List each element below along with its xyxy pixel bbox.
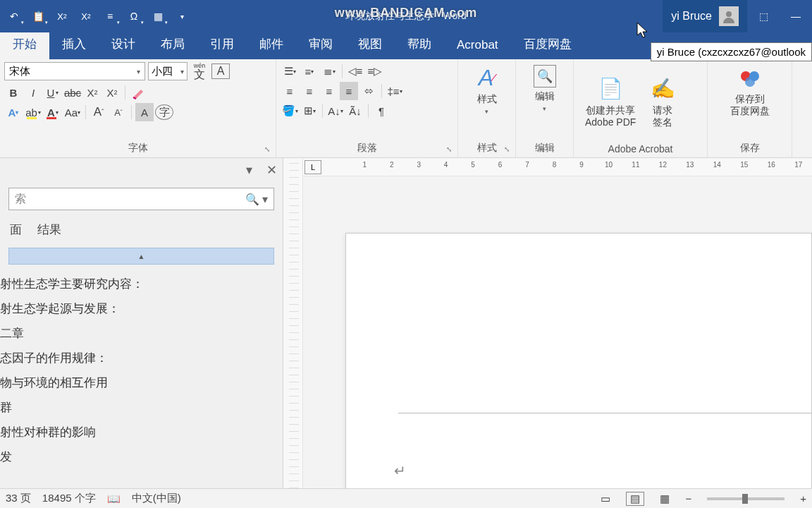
align-left-button[interactable]: ≡ (281, 82, 299, 100)
page-surface[interactable]: ↵ (303, 176, 812, 488)
symbol-button[interactable]: Ω▾ (123, 6, 145, 27)
font-size-combo[interactable]: 小四▾ (148, 62, 187, 80)
char-shading-button[interactable]: A (135, 103, 154, 121)
distributed-button[interactable]: ⬄ (359, 82, 378, 100)
spellcheck-icon[interactable]: 📖 (107, 492, 121, 505)
nav-collapse-bar[interactable]: ▲ (8, 248, 274, 265)
nav-item[interactable]: 群 (0, 395, 283, 420)
change-case-button[interactable]: Aa▾ (63, 103, 82, 121)
align-button[interactable]: ≡▾ (99, 6, 121, 27)
vertical-ruler[interactable] (283, 158, 303, 488)
nav-item[interactable]: 射性生态学主要研究内容： (0, 272, 283, 296)
ribbon: 宋体▾ 小四▾ wén文 A B I U▾ abc X2 X2 A▾ ab▾ A… (0, 59, 812, 158)
paste-button[interactable]: 📋▾ (27, 6, 49, 27)
subscript-button[interactable]: X2 (75, 6, 97, 27)
styles-button[interactable]: A⁄ 样式 ▾ (462, 62, 511, 118)
request-sign-button[interactable]: ✍ 请求签名 (643, 62, 682, 142)
strikethrough-button[interactable]: abc (63, 83, 82, 102)
group-font: 宋体▾ 小四▾ wén文 A B I U▾ abc X2 X2 A▾ ab▾ A… (0, 59, 276, 157)
char-border-button[interactable]: A (211, 64, 230, 79)
tab-home[interactable]: 开始 (0, 30, 49, 59)
para-dialog-launcher[interactable]: ⤡ (446, 145, 452, 153)
tab-design[interactable]: 设计 (99, 30, 148, 59)
print-layout-button[interactable]: ▤ (626, 492, 644, 506)
highlight-button[interactable]: ab▾ (24, 103, 42, 121)
nav-tab-headings[interactable]: 面 (10, 222, 22, 238)
create-pdf-button[interactable]: 📄 创建并共享Adobe PDF (578, 62, 643, 142)
align-right-button[interactable]: ≡ (320, 82, 338, 100)
decrease-indent-button[interactable]: ◁≡ (346, 62, 364, 80)
nav-item[interactable]: 物与环境的相互作用 (0, 370, 283, 395)
word-count[interactable]: 18495 个字 (42, 492, 96, 505)
tab-review[interactable]: 审阅 (296, 30, 345, 59)
shading-button[interactable]: 🪣▾ (281, 102, 299, 120)
tab-view[interactable]: 视图 (345, 30, 395, 59)
font-name-combo[interactable]: 宋体▾ (4, 62, 145, 80)
justify-button[interactable]: ≡ (340, 82, 358, 100)
group-styles: A⁄ 样式 ▾ 样式⤡ (458, 59, 516, 157)
multilevel-button[interactable]: ≣▾ (320, 62, 338, 80)
user-account[interactable]: yi Bruce (663, 0, 747, 32)
zoom-in-button[interactable]: + (800, 492, 806, 504)
tab-baidu[interactable]: 百度网盘 (511, 30, 584, 59)
nav-item[interactable]: 射生态学起源与发展： (0, 296, 283, 321)
language-status[interactable]: 中文(中国) (132, 492, 181, 505)
superscript-button-ribbon[interactable]: X2 (103, 83, 121, 102)
web-layout-button[interactable]: ▦ (656, 492, 674, 506)
nav-search-input[interactable]: 索 🔍 ▾ (8, 188, 274, 210)
tab-help[interactable]: 帮助 (395, 30, 444, 59)
shrink-font-button[interactable]: Aˇ (109, 103, 128, 121)
bullets-button[interactable]: ☰▾ (281, 62, 299, 80)
font-color-button[interactable]: A▾ (44, 103, 62, 121)
read-mode-button[interactable]: ▭ (596, 492, 615, 506)
nav-item[interactable]: 态因子的作用规律： (0, 346, 283, 370)
line-spacing-button[interactable]: ‡≡▾ (386, 82, 404, 100)
tab-acrobat[interactable]: Acrobat (444, 32, 511, 59)
enclose-char-button[interactable]: 字 (155, 104, 173, 120)
undo-button[interactable]: ↶▾ (3, 6, 25, 27)
minimize-button[interactable]: — (780, 0, 812, 32)
increase-indent-button[interactable]: ≡▷ (366, 62, 384, 80)
text-effects-button[interactable]: A▾ (4, 103, 23, 121)
group-styles-label: 样式⤡ (462, 140, 511, 156)
font-dialog-launcher[interactable]: ⤡ (264, 145, 270, 153)
grow-font-button[interactable]: Aˆ (90, 103, 108, 121)
phonetic-guide-button[interactable]: wén文 (190, 62, 209, 80)
save-baidu-button[interactable]: 保存到百度网盘 (712, 62, 787, 120)
superscript-button[interactable]: X2 (51, 6, 73, 27)
subscript-button-ribbon[interactable]: X2 (83, 83, 102, 102)
page[interactable]: ↵ (345, 233, 812, 488)
nav-tab-results[interactable]: 结果 (37, 222, 61, 238)
bold-button[interactable]: B (4, 83, 23, 102)
nav-dropdown[interactable]: ▾ (246, 162, 252, 178)
clear-format-button[interactable] (129, 83, 147, 102)
horizontal-ruler[interactable]: L 1234567891011121314151617 (303, 158, 812, 176)
tab-selector[interactable]: L (304, 160, 321, 174)
show-marks-button[interactable]: ¶ (372, 102, 390, 120)
tab-mailings[interactable]: 邮件 (247, 30, 296, 59)
italic-button[interactable]: I (24, 83, 42, 102)
nav-item[interactable]: 二章 (0, 321, 283, 346)
page-count[interactable]: 33 页 (6, 492, 31, 505)
search-icon: 🔍 (534, 65, 556, 87)
styles-dialog-launcher[interactable]: ⤡ (504, 145, 510, 153)
borders-button[interactable]: ⊞▾ (300, 102, 319, 120)
zoom-out-button[interactable]: − (685, 492, 691, 504)
nav-item[interactable]: 射性对种群的影响 (0, 420, 283, 445)
tab-references[interactable]: 引用 (197, 30, 247, 59)
tab-layout[interactable]: 布局 (148, 30, 197, 59)
tab-insert[interactable]: 插入 (49, 30, 99, 59)
sort-button[interactable]: A↓▾ (326, 102, 345, 120)
align-center-button[interactable]: ≡ (300, 82, 319, 100)
underline-button[interactable]: U▾ (44, 83, 62, 102)
nav-close-button[interactable]: ✕ (266, 162, 277, 178)
qat-customize[interactable]: ▾ (171, 6, 193, 27)
table-button[interactable]: ▦▾ (147, 6, 169, 27)
edit-button[interactable]: 🔍 编辑 ▾ (520, 62, 569, 115)
numbering-button[interactable]: ≡▾ (300, 62, 319, 80)
sort2-button[interactable]: Ã↓ (346, 102, 364, 120)
nav-item[interactable]: 发 (0, 445, 283, 469)
zoom-slider[interactable] (707, 497, 785, 500)
sign-icon: ✍ (650, 76, 675, 102)
ribbon-display-button[interactable]: ⬚ (747, 0, 780, 32)
